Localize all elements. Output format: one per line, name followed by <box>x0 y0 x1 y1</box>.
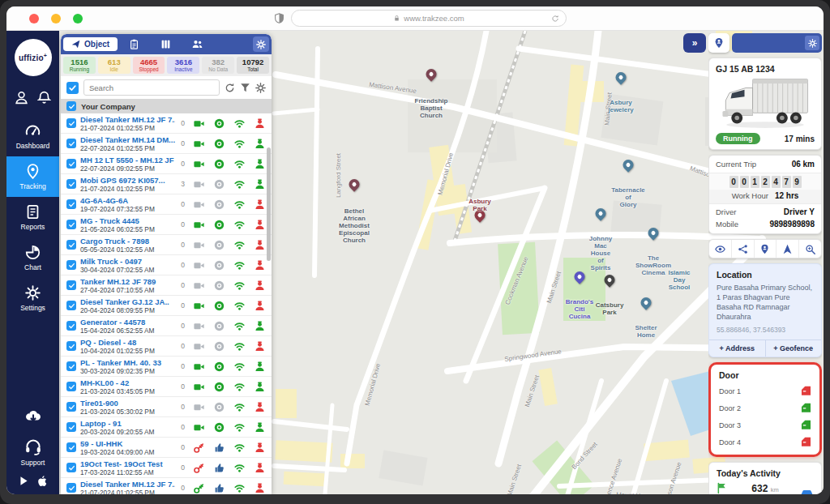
camera-icon[interactable] <box>194 402 204 412</box>
vehicle-name[interactable]: Cargo Truck - 7898 <box>80 237 175 246</box>
power-icon[interactable] <box>214 240 225 250</box>
thumb-icon[interactable] <box>214 463 225 473</box>
vehicle-row[interactable]: MH 12 LT 5550 - MH.12 JF 7...22-07-2024 … <box>61 154 272 174</box>
stat-no-data[interactable]: 382No Data <box>202 57 234 74</box>
driver-icon[interactable] <box>255 139 265 149</box>
vehicle-checkbox[interactable] <box>66 361 76 371</box>
power-icon[interactable] <box>214 118 225 129</box>
power-icon[interactable] <box>214 139 225 149</box>
driver-icon[interactable] <box>255 118 265 129</box>
vehicle-row[interactable]: 4G-6A-4G-6A19-07-2024 07:32:55 PM0 <box>61 194 272 215</box>
vehicle-name[interactable]: Tanker MH.12 JF 789 <box>80 277 175 286</box>
camera-icon[interactable] <box>194 220 204 230</box>
vehicle-checkbox[interactable] <box>66 483 76 493</box>
filter-icon[interactable] <box>240 83 250 93</box>
stat-idle[interactable]: 613Idle <box>98 57 130 74</box>
playstore-icon[interactable] <box>19 476 29 486</box>
minimize-button[interactable] <box>51 14 61 23</box>
driver-icon[interactable] <box>255 361 265 372</box>
vehicle-checkbox[interactable] <box>66 159 76 169</box>
vehicle-row[interactable]: Mobi GPS 6972 KI057...21-07-2024 01:02:5… <box>61 174 272 194</box>
driver-icon[interactable] <box>255 463 265 473</box>
wifi-icon[interactable] <box>234 240 245 250</box>
wifi-icon[interactable] <box>234 118 245 129</box>
apple-icon[interactable] <box>37 476 48 486</box>
stat-total[interactable]: 10792Total <box>237 57 269 74</box>
vehicle-checkbox[interactable] <box>66 402 76 412</box>
wifi-icon[interactable] <box>234 422 245 433</box>
thumb-icon[interactable] <box>214 483 225 493</box>
close-button[interactable] <box>29 14 39 23</box>
vehicle-row[interactable]: MH-KL00 - 4221-03-2024 03:45:05 PM0 <box>61 377 272 397</box>
camera-icon[interactable] <box>194 361 204 372</box>
wifi-icon[interactable] <box>234 199 245 210</box>
traffic-lights[interactable] <box>29 14 83 23</box>
url-bar[interactable]: www.trakzee.com <box>291 10 567 27</box>
vehicle-checkbox[interactable] <box>66 179 76 189</box>
vehicle-checkbox[interactable] <box>66 280 76 290</box>
wifi-icon[interactable] <box>234 382 245 392</box>
vehicle-checkbox[interactable] <box>66 382 76 391</box>
vehicle-name[interactable]: MG - Truck 4445 <box>80 216 175 225</box>
wifi-icon[interactable] <box>234 463 245 473</box>
vehicle-name[interactable]: PL - Tanker MH. 40. 33 <box>80 358 175 367</box>
wifi-icon[interactable] <box>234 402 245 412</box>
driver-icon[interactable] <box>255 159 265 169</box>
stat-running[interactable]: 1516Running <box>63 57 96 74</box>
wifi-icon[interactable] <box>234 483 245 493</box>
key-icon[interactable] <box>194 463 204 473</box>
driver-icon[interactable] <box>255 179 265 190</box>
bell-icon[interactable] <box>37 91 51 105</box>
vehicle-checkbox[interactable] <box>66 260 76 270</box>
thumb-icon[interactable] <box>214 442 225 453</box>
camera-icon[interactable] <box>194 321 204 331</box>
vehicle-row[interactable]: MG - Truck 444521-05-2024 06:02:55 PM0 <box>61 215 272 235</box>
vehicle-name[interactable]: Milk Truck - 0497 <box>80 257 175 266</box>
vehicle-checkbox[interactable] <box>66 341 76 351</box>
user-icon[interactable] <box>15 91 28 105</box>
wifi-icon[interactable] <box>234 321 245 331</box>
vehicle-row[interactable]: Diesel Tanker MH.14 DM...22-07-2024 01:0… <box>61 134 272 154</box>
driver-icon[interactable] <box>255 240 265 250</box>
key-icon[interactable] <box>194 483 204 493</box>
vehicle-row[interactable]: Diesel Tanker MH.12 JF 7...21-07-2024 01… <box>61 113 272 134</box>
driver-icon[interactable] <box>255 280 265 291</box>
apple-icon[interactable] <box>37 476 48 486</box>
eye-button[interactable] <box>709 240 732 258</box>
stat-inactive[interactable]: 3616Inactive <box>167 57 199 74</box>
shield-icon[interactable] <box>274 13 285 23</box>
wifi-icon[interactable] <box>234 139 245 149</box>
power-icon[interactable] <box>214 321 225 331</box>
tab-object[interactable]: Object <box>63 37 118 51</box>
company-group-row[interactable]: Your Company <box>61 99 272 113</box>
camera-icon[interactable] <box>194 341 204 352</box>
driver-icon[interactable] <box>255 402 265 412</box>
vehicle-name[interactable]: Laptop - 91 <box>80 419 175 428</box>
wifi-icon[interactable] <box>234 220 245 230</box>
power-icon[interactable] <box>214 159 225 169</box>
wifi-icon[interactable] <box>234 179 245 190</box>
sidebar-item-chart[interactable]: Chart <box>6 237 59 278</box>
driver-icon[interactable] <box>255 321 265 331</box>
vehicle-row[interactable]: Milk Truck - 049730-04-2024 07:02:55 AM0 <box>61 255 272 275</box>
driver-icon[interactable] <box>255 199 265 210</box>
sidebar-item-settings[interactable]: Settings <box>6 278 59 318</box>
driver-icon[interactable] <box>255 301 265 311</box>
sidebar-item-reports[interactable]: Reports <box>6 197 59 237</box>
vehicle-checkbox[interactable] <box>66 442 76 452</box>
reload-icon[interactable] <box>551 15 559 23</box>
tab-grid[interactable] <box>151 36 181 52</box>
vehicle-name[interactable]: Diesel Tanker MH.14 DM... <box>80 135 175 144</box>
person-pin-button[interactable] <box>755 240 777 258</box>
vehicle-name[interactable]: MH-KL00 - 42 <box>80 378 175 387</box>
vehicle-checkbox[interactable] <box>66 139 76 148</box>
vehicle-row[interactable]: Cargo Truck - 789805-05-2024 01:02:55 AM… <box>61 235 272 255</box>
power-icon[interactable] <box>214 220 225 230</box>
vehicle-row[interactable]: 19Oct Test- 19Oct Test17-03-2024 11:02:5… <box>61 458 272 478</box>
vehicle-row[interactable]: PL - Tanker MH. 40. 3330-03-2024 09:02:3… <box>61 357 272 377</box>
power-icon[interactable] <box>214 179 225 190</box>
vehicle-row[interactable]: Diesel Tanker MH.12 JF 7...21-07-2024 01… <box>61 478 272 494</box>
gear-icon[interactable] <box>805 36 819 50</box>
company-checkbox[interactable] <box>66 101 76 111</box>
vehicle-checkbox[interactable] <box>66 463 76 472</box>
